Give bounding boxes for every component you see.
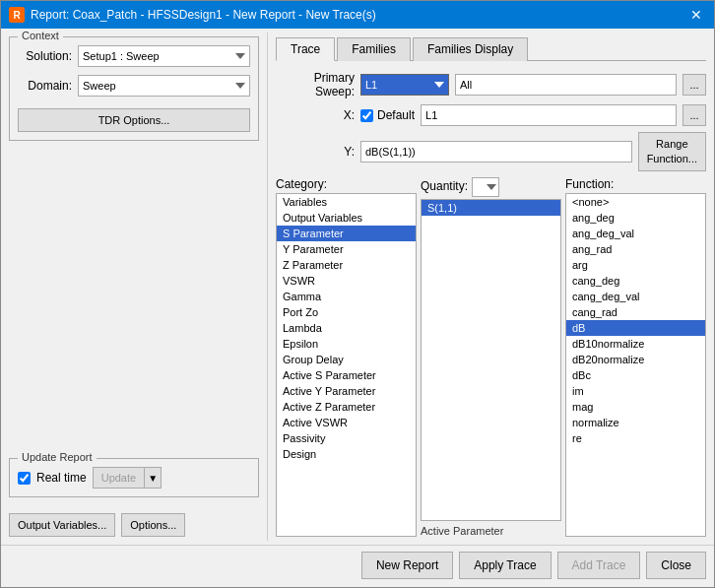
primary-sweep-dots-button[interactable]: ... bbox=[682, 74, 706, 96]
range-label: Range bbox=[656, 137, 687, 152]
list-item[interactable]: Z Parameter bbox=[277, 257, 416, 273]
tab-families[interactable]: Families bbox=[337, 37, 411, 61]
list-item[interactable]: Group Delay bbox=[277, 352, 416, 367]
new-report-button[interactable]: New Report bbox=[361, 552, 453, 579]
quantity-listbox[interactable]: S(1,1) bbox=[421, 199, 561, 521]
y-label: Y: bbox=[276, 145, 355, 159]
x-label: X: bbox=[276, 108, 355, 122]
tab-families-display[interactable]: Families Display bbox=[413, 37, 528, 61]
output-variables-button[interactable]: Output Variables... bbox=[9, 513, 115, 537]
main-window: R Report: Coax_Patch - HFSSDesign1 - New… bbox=[0, 0, 715, 588]
context-group: Context Solution: Setup1 : Sweep Domain:… bbox=[9, 36, 259, 141]
list-item[interactable]: cang_deg_val bbox=[566, 289, 705, 304]
solution-label: Solution: bbox=[18, 49, 72, 63]
bottom-buttons: New Report Apply Trace Add Trace Close bbox=[1, 545, 714, 587]
list-item[interactable]: ang_rad bbox=[566, 241, 705, 257]
close-dialog-button[interactable]: Close bbox=[646, 552, 706, 579]
x-row: X: Default ... bbox=[276, 104, 706, 126]
app-icon: R bbox=[9, 7, 25, 23]
list-item[interactable]: Output Variables bbox=[277, 210, 416, 226]
list-item[interactable]: Lambda bbox=[277, 320, 416, 336]
update-row: Real time Update ▼ bbox=[18, 467, 250, 489]
solution-row: Solution: Setup1 : Sweep bbox=[18, 45, 250, 67]
list-item[interactable]: Design bbox=[277, 446, 416, 462]
quantity-header: Quantity: bbox=[421, 177, 561, 197]
list-item[interactable]: Gamma bbox=[277, 289, 416, 304]
list-item[interactable]: cang_deg bbox=[566, 273, 705, 289]
quantity-col-label: Quantity: bbox=[421, 179, 468, 193]
primary-sweep-select[interactable]: L1 bbox=[360, 74, 449, 96]
list-item[interactable]: Active VSWR bbox=[277, 415, 416, 430]
x-dots-button[interactable]: ... bbox=[682, 104, 706, 126]
update-report-title: Update Report bbox=[18, 451, 97, 463]
list-item[interactable]: dB20normalize bbox=[566, 352, 705, 367]
options-button[interactable]: Options... bbox=[121, 513, 185, 537]
primary-sweep-row: Primary Sweep: L1 ... bbox=[276, 71, 706, 98]
list-item[interactable]: Active Y Parameter bbox=[277, 383, 416, 399]
category-col-label: Category: bbox=[276, 177, 417, 191]
update-button[interactable]: Update bbox=[93, 467, 144, 489]
list-item[interactable]: <none> bbox=[566, 194, 705, 210]
function-label: Function... bbox=[647, 152, 697, 166]
tdr-options-button[interactable]: TDR Options... bbox=[18, 108, 250, 132]
list-item[interactable]: normalize bbox=[566, 415, 705, 430]
quantity-dropdown[interactable] bbox=[472, 177, 499, 197]
list-item[interactable]: Epsilon bbox=[277, 336, 416, 352]
main-content: Context Solution: Setup1 : Sweep Domain:… bbox=[1, 29, 714, 545]
list-item[interactable]: Y Parameter bbox=[277, 241, 416, 257]
bottom-right-buttons: New Report Apply Trace Add Trace Close bbox=[361, 552, 706, 579]
function-col: Function: <none> ang_deg ang_deg_val ang… bbox=[565, 177, 706, 537]
list-item[interactable]: VSWR bbox=[277, 273, 416, 289]
right-panel: Trace Families Families Display Primary … bbox=[268, 29, 714, 545]
list-item[interactable]: Passivity bbox=[277, 430, 416, 446]
list-item[interactable]: re bbox=[566, 430, 705, 446]
list-item[interactable]: Variables bbox=[277, 194, 416, 210]
list-item[interactable]: Active S Parameter bbox=[277, 367, 416, 383]
list-item[interactable]: ang_deg_val bbox=[566, 226, 705, 241]
list-item[interactable]: cang_rad bbox=[566, 304, 705, 320]
title-bar-left: R Report: Coax_Patch - HFSSDesign1 - New… bbox=[9, 7, 376, 23]
list-item[interactable]: dBc bbox=[566, 367, 705, 383]
list-item[interactable]: ang_deg bbox=[566, 210, 705, 226]
realtime-checkbox[interactable] bbox=[18, 472, 31, 485]
list-item[interactable]: S(1,1) bbox=[422, 200, 560, 216]
close-window-button[interactable]: ✕ bbox=[686, 5, 706, 25]
domain-select[interactable]: Sweep bbox=[78, 75, 250, 97]
add-trace-button[interactable]: Add Trace bbox=[557, 552, 641, 579]
list-item[interactable]: arg bbox=[566, 257, 705, 273]
tab-trace[interactable]: Trace bbox=[276, 37, 335, 61]
update-dropdown-button[interactable]: ▼ bbox=[144, 467, 162, 489]
x-default-wrap: Default bbox=[360, 108, 415, 122]
function-col-label: Function: bbox=[565, 177, 706, 191]
category-listbox[interactable]: Variables Output Variables S Parameter Y… bbox=[276, 193, 417, 537]
realtime-label: Real time bbox=[36, 471, 87, 485]
list-item[interactable]: dB bbox=[566, 320, 705, 336]
left-panel: Context Solution: Setup1 : Sweep Domain:… bbox=[1, 29, 267, 545]
y-row: Y: Range Function... bbox=[276, 132, 706, 171]
all-input[interactable] bbox=[455, 74, 677, 96]
list-item[interactable]: Active Z Parameter bbox=[277, 399, 416, 415]
solution-select[interactable]: Setup1 : Sweep bbox=[78, 45, 250, 67]
update-report-group: Update Report Real time Update ▼ bbox=[9, 458, 259, 497]
category-col: Category: Variables Output Variables S P… bbox=[276, 177, 417, 537]
list-item[interactable]: S Parameter bbox=[277, 226, 416, 241]
list-item[interactable]: Port Zo bbox=[277, 304, 416, 320]
output-row: Output Variables... Options... bbox=[9, 513, 259, 537]
list-item[interactable]: im bbox=[566, 383, 705, 399]
function-listbox[interactable]: <none> ang_deg ang_deg_val ang_rad arg c… bbox=[565, 193, 706, 537]
y-input[interactable] bbox=[360, 141, 632, 163]
list-item[interactable]: dB10normalize bbox=[566, 336, 705, 352]
quantity-col: Quantity: S(1,1) Active Parameter bbox=[421, 177, 561, 537]
x-default-input[interactable] bbox=[421, 104, 677, 126]
context-group-title: Context bbox=[18, 30, 63, 41]
x-default-checkbox[interactable] bbox=[360, 109, 373, 122]
apply-trace-button[interactable]: Apply Trace bbox=[459, 552, 551, 579]
active-param-label: Active Parameter bbox=[421, 525, 561, 537]
list-item[interactable]: mag bbox=[566, 399, 705, 415]
primary-sweep-label: Primary Sweep: bbox=[276, 71, 355, 98]
title-bar: R Report: Coax_Patch - HFSSDesign1 - New… bbox=[1, 1, 714, 29]
domain-label: Domain: bbox=[18, 79, 72, 93]
range-function-button[interactable]: Range Function... bbox=[638, 132, 706, 171]
window-title: Report: Coax_Patch - HFSSDesign1 - New R… bbox=[31, 8, 376, 22]
three-cols: Category: Variables Output Variables S P… bbox=[276, 177, 706, 537]
